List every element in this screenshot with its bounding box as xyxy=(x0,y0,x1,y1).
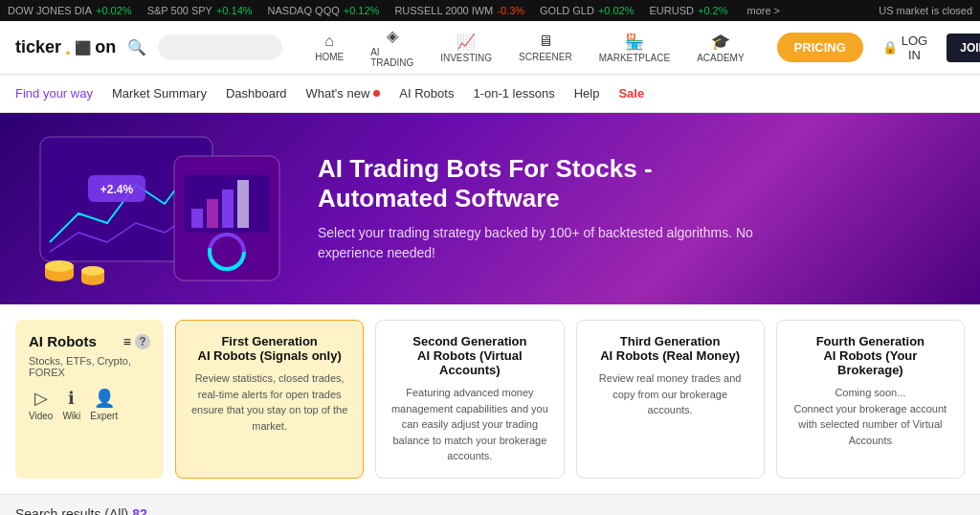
ticker-value-eurusd: +0.2% xyxy=(698,5,728,16)
question-icon: ? xyxy=(135,334,150,349)
video-icon-item[interactable]: ▷ Video xyxy=(29,388,53,421)
gen-card-4-body: Coming soon...Connect your brokerage acc… xyxy=(791,385,950,448)
hero-svg: +2.4% xyxy=(31,127,299,290)
ticker-more-link[interactable]: more > xyxy=(746,5,780,16)
ticker-item-dow: DOW JONES DIA +0.02% xyxy=(8,5,132,16)
nav-marketplace[interactable]: 🏪 MARKETPLACE xyxy=(586,33,683,63)
svg-point-13 xyxy=(45,260,74,272)
screener-icon: 🖥 xyxy=(538,33,553,50)
logo-on: on xyxy=(95,37,116,57)
ticker-item-nasdaq: NASDAQ QQQ +0.12% xyxy=(268,5,380,16)
expert-icon: 👤 xyxy=(94,388,115,409)
svg-text:+2.4%: +2.4% xyxy=(100,183,134,196)
nav-academy[interactable]: 🎓 ACADEMY xyxy=(683,33,757,63)
ticker-value-dow: +0.02% xyxy=(96,5,132,16)
ticker-value-nasdaq: +0.12% xyxy=(344,5,380,16)
subnav-lessons[interactable]: 1-on-1 lessons xyxy=(473,86,554,101)
lock-icon: 🔒 xyxy=(882,40,898,55)
logo-ticker: ticker xyxy=(15,37,61,57)
login-label: LOG IN xyxy=(902,34,927,62)
pricing-button[interactable]: PRICING xyxy=(777,33,863,62)
subnav-dashboard[interactable]: Dashboard xyxy=(226,86,287,101)
find-your-way: Find your way xyxy=(15,86,93,101)
nav-ai-trading-label: AI TRADING xyxy=(370,47,413,68)
academy-icon: 🎓 xyxy=(711,33,730,51)
hero-title: AI Trading Bots For Stocks -Automated So… xyxy=(318,154,796,213)
new-dot-indicator xyxy=(373,90,380,97)
ticker-item-gold: GOLD GLD +0.02% xyxy=(540,5,634,16)
ticker-value-sp500: +0.14% xyxy=(216,5,253,16)
ai-trading-icon: ◈ xyxy=(387,27,398,45)
filter-section: Search results (All) 82 ASSETS Stocks & … xyxy=(0,495,980,516)
ticker-label-dow: DOW JONES DIA xyxy=(8,5,92,16)
subnav-ai-robots[interactable]: AI Robots xyxy=(399,86,454,101)
hero-text: AI Trading Bots For Stocks -Automated So… xyxy=(318,154,796,263)
expert-icon-item[interactable]: 👤 Expert xyxy=(90,388,118,421)
gen-card-2[interactable]: Second GenerationAI Robots (Virtual Acco… xyxy=(375,320,564,479)
subnav-sale[interactable]: Sale xyxy=(618,86,644,101)
logo-dot: . xyxy=(65,35,71,60)
home-icon: ⌂ xyxy=(324,33,334,50)
ticker-label-sp500: S&P 500 SPY xyxy=(147,5,212,16)
expert-label: Expert xyxy=(90,411,118,421)
svg-rect-8 xyxy=(237,180,249,228)
gen-card-2-title: Second GenerationAI Robots (Virtual Acco… xyxy=(390,334,549,377)
search-input[interactable] xyxy=(158,34,282,60)
hero-illustration: +2.4% xyxy=(31,127,299,290)
login-button[interactable]: 🔒 LOG IN xyxy=(882,34,927,62)
ticker-label-russell: RUSSELL 2000 IWM xyxy=(394,5,493,16)
whats-new-label: What's new xyxy=(306,86,370,101)
nav-investing[interactable]: 📈 INVESTING xyxy=(427,33,505,63)
gen-card-3-title: Third GenerationAI Robots (Real Money) xyxy=(590,334,750,363)
ticker-item-eurusd: EURUSD +0.2% xyxy=(650,5,728,16)
svg-rect-5 xyxy=(191,209,203,228)
filter-top: Search results (All) 82 xyxy=(15,506,965,516)
ticker-label-gold: GOLD GLD xyxy=(540,5,594,16)
logo[interactable]: ticker.⬛on xyxy=(15,35,116,60)
nav-screener-label: SCREENER xyxy=(519,52,572,62)
results-count: 82 xyxy=(132,506,147,516)
svg-point-16 xyxy=(81,266,104,276)
nav-home[interactable]: ⌂ HOME xyxy=(301,33,357,62)
market-status: US market is closed xyxy=(879,5,972,16)
subnav-help[interactable]: Help xyxy=(574,86,600,101)
gen-card-1-body: Review statistics, closed trades, real-t… xyxy=(189,370,349,434)
gen-card-4[interactable]: Fourth GenerationAI Robots (Your Brokera… xyxy=(776,320,965,479)
nav-ai-trading[interactable]: ◈ AI TRADING xyxy=(357,27,427,68)
gen-card-1[interactable]: First GenerationAI Robots (Signals only)… xyxy=(175,320,364,479)
ai-robots-icons: ▷ Video ℹ Wiki 👤 Expert xyxy=(29,388,150,421)
ai-robots-title: AI Robots ≡ ? xyxy=(29,333,150,349)
ticker-item-sp500: S&P 500 SPY +0.14% xyxy=(147,5,253,16)
wiki-label: Wiki xyxy=(62,411,80,421)
ticker-value-russell: -0.3% xyxy=(497,5,524,16)
ai-robots-subtitle: Stocks, ETFs, Crypto, FOREX xyxy=(29,355,150,378)
search-icon: 🔍 xyxy=(127,38,146,56)
subnav-whats-new[interactable]: What's new xyxy=(306,86,381,101)
video-label: Video xyxy=(29,411,53,421)
ticker-label-nasdaq: NASDAQ QQQ xyxy=(268,5,340,16)
gen-card-2-body: Featuring advanced money management capa… xyxy=(390,385,549,464)
gen-card-3[interactable]: Third GenerationAI Robots (Real Money) R… xyxy=(576,320,765,479)
main-nav: ⌂ HOME ◈ AI TRADING 📈 INVESTING 🖥 SCREEN… xyxy=(301,27,757,68)
search-results-label: Search results (All) 82 xyxy=(15,506,147,516)
join-button[interactable]: JOIN FOR FREE xyxy=(947,34,980,62)
gen-card-1-title: First GenerationAI Robots (Signals only) xyxy=(189,334,349,363)
nav-screener[interactable]: 🖥 SCREENER xyxy=(505,33,586,62)
cards-section: AI Robots ≡ ? Stocks, ETFs, Crypto, FORE… xyxy=(0,304,980,495)
gen-card-4-title: Fourth GenerationAI Robots (Your Brokera… xyxy=(791,334,950,377)
subnav-market-summary[interactable]: Market Summary xyxy=(112,86,207,101)
wiki-icon: ℹ xyxy=(68,388,75,409)
investing-icon: 📈 xyxy=(457,33,476,51)
ticker-item-russell: RUSSELL 2000 IWM -0.3% xyxy=(394,5,524,16)
gen-card-3-body: Review real money trades and copy from o… xyxy=(590,370,750,418)
header: ticker.⬛on 🔍 ⌂ HOME ◈ AI TRADING 📈 INVES… xyxy=(0,21,980,75)
nav-investing-label: INVESTING xyxy=(440,53,492,63)
sub-nav: Find your way Market Summary Dashboard W… xyxy=(0,75,980,113)
hero-banner: +2.4% AI Trading Bots For Stocks -Automa… xyxy=(0,113,980,304)
ai-robots-card: AI Robots ≡ ? Stocks, ETFs, Crypto, FORE… xyxy=(15,320,164,479)
nav-home-label: HOME xyxy=(315,52,344,62)
logo-bars: ⬛ xyxy=(75,40,91,56)
svg-rect-6 xyxy=(207,199,218,228)
ticker-label-eurusd: EURUSD xyxy=(650,5,694,16)
wiki-icon-item[interactable]: ℹ Wiki xyxy=(62,388,80,421)
